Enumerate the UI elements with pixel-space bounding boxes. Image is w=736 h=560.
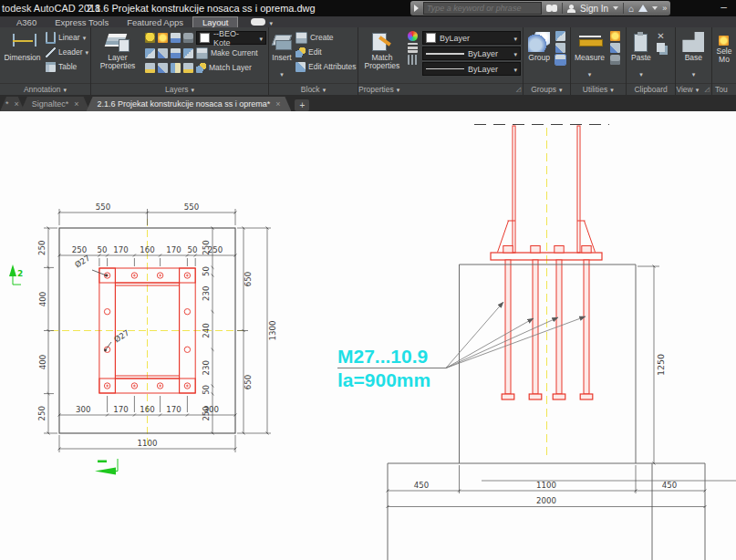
layer-thaw-icon[interactable] (158, 33, 168, 43)
svg-text:1250: 1250 (656, 354, 666, 376)
layer-combo[interactable]: --BEO-Kote (196, 31, 266, 45)
selection-mode-icon (719, 36, 729, 46)
create-block-button[interactable]: Create (295, 31, 358, 44)
tab-a360[interactable]: A360 (7, 16, 46, 27)
panel-groups-title[interactable]: Groups (523, 83, 569, 95)
tab-featured-apps[interactable]: Featured Apps (118, 16, 192, 27)
svg-text:240: 240 (202, 323, 211, 337)
workspace-icon[interactable] (251, 18, 265, 26)
autodesk-exchange-icon[interactable] (638, 5, 648, 12)
panel-layers-title[interactable]: Layers (91, 83, 268, 95)
leader-button[interactable]: Leader (46, 46, 88, 58)
file-tab-partial[interactable]: * × (0, 97, 25, 111)
steel-column[interactable] (491, 126, 602, 260)
panel-view-title[interactable]: View ◿ (676, 83, 711, 95)
search-binoculars-icon[interactable] (546, 5, 557, 12)
panel-clipboard-title: Clipboard (627, 83, 675, 95)
close-tab-icon[interactable]: × (74, 99, 78, 109)
panel-block-title[interactable]: Block (269, 83, 358, 95)
layer-merge-icon[interactable] (183, 63, 193, 73)
dialog-launcher-icon[interactable]: ◿ (516, 86, 521, 93)
right-view-elevation[interactable]: M27...10.9 la=900mm 1250 450 1100 450 20… (337, 125, 736, 560)
layer-on-off-icon[interactable] (145, 33, 155, 43)
copy-icon[interactable] (657, 43, 665, 52)
linear-button[interactable]: Linear (46, 31, 88, 44)
layer-lock-icon[interactable] (183, 33, 193, 43)
insert-button[interactable]: Insert (271, 29, 293, 83)
cut-icon[interactable]: ✕ (657, 31, 664, 41)
left-view-plan[interactable]: Ø27 Ø27 550 550 250 50 170 160 (9, 202, 277, 475)
layer-properties-button[interactable]: Layer Properties (93, 29, 142, 83)
search-input[interactable] (423, 2, 542, 15)
dimension-icon (11, 32, 35, 52)
table-button[interactable]: Table (46, 60, 88, 73)
group-button[interactable]: Group (525, 29, 553, 83)
match-layer-button[interactable]: Match Layer (196, 61, 252, 74)
paste-icon (632, 32, 650, 52)
linetype-combo[interactable]: ByLayer (422, 62, 521, 76)
exchange-caret-icon[interactable] (652, 6, 658, 10)
edit-attributes-button[interactable]: Edit Attributes (295, 60, 358, 73)
tab-layout[interactable]: Layout (192, 16, 239, 28)
sign-in-caret-icon[interactable] (613, 6, 618, 10)
color-swatch (426, 33, 436, 43)
toolbar-overflow-button[interactable]: » (662, 4, 667, 13)
new-drawing-tab-button[interactable]: + (295, 99, 309, 111)
selection-mode-button[interactable]: Sele Mo (714, 29, 734, 83)
measure-button[interactable]: Measure (573, 29, 607, 83)
layer-prev-icon[interactable] (158, 48, 168, 58)
close-tab-icon[interactable]: × (15, 99, 19, 109)
point-style-icon[interactable] (610, 43, 620, 53)
ungroup-icon[interactable] (555, 31, 565, 41)
id-point-icon[interactable] (610, 31, 620, 41)
tab-express-tools[interactable]: Express Tools (46, 16, 118, 27)
linetype-icon[interactable] (408, 55, 418, 65)
file-tab-signaltec[interactable]: Signaltec* × (21, 97, 90, 111)
match-properties-button[interactable]: Match Properties (360, 29, 404, 83)
section-number: 2 (17, 269, 23, 278)
panel-utilities-title[interactable]: Utilities (571, 83, 626, 95)
color-wheel-icon[interactable] (408, 31, 418, 41)
object-color-combo[interactable]: ByLayer (422, 31, 521, 45)
dialog-launcher-icon[interactable]: ◿ (705, 86, 710, 93)
create-block-icon (295, 32, 307, 44)
quick-calc-icon[interactable] (610, 55, 620, 65)
layer-lock2-icon[interactable] (171, 63, 181, 73)
base-button[interactable]: Base (678, 29, 709, 83)
search-expand-icon[interactable] (414, 5, 419, 12)
layer-match-icon[interactable] (145, 48, 155, 58)
lineweight-icon[interactable] (408, 43, 418, 53)
section-marker-left[interactable]: 2 (9, 264, 23, 285)
divider (562, 3, 563, 14)
drawing-canvas[interactable]: Ø27 Ø27 550 550 250 50 170 160 (0, 111, 736, 560)
group-edit-icon[interactable] (555, 43, 565, 53)
make-current-button[interactable]: Make Current (196, 47, 258, 59)
workspace-caret-icon[interactable] (269, 17, 273, 27)
group-selection-toggle-icon[interactable] (555, 55, 565, 65)
svg-text:170: 170 (113, 405, 128, 414)
layer-freeze-icon[interactable] (171, 33, 181, 43)
dimension-labels: 1250 450 1100 450 2000 (414, 354, 677, 505)
file-tab-bar: * × Signaltec* × 2.1.6 Projekat konstruk… (0, 95, 736, 111)
app-store-cart-icon[interactable]: ⌂ (628, 4, 634, 14)
svg-text:550: 550 (184, 202, 199, 212)
close-tab-icon[interactable]: × (275, 99, 280, 109)
panel-properties-title[interactable]: Properties ◿ (358, 83, 523, 95)
sign-in-button[interactable]: Sign In (580, 4, 608, 14)
paste-button[interactable]: Paste (628, 29, 654, 83)
layer-freeze2-icon[interactable] (158, 63, 168, 73)
dropdown-caret-icon (85, 47, 88, 57)
dimension-lines[interactable] (388, 266, 705, 507)
minimize-button[interactable]: – (720, 1, 727, 14)
dimension-button[interactable]: Dimension (2, 29, 43, 83)
layer-off-icon[interactable] (145, 63, 155, 73)
divider (623, 3, 624, 14)
dropdown-caret-icon (639, 64, 643, 80)
edit-block-button[interactable]: Edit (295, 46, 358, 58)
section-marker-bottom[interactable] (95, 459, 118, 475)
panel-annotation-title[interactable]: Annotation (0, 83, 90, 95)
layer-unisolate-icon[interactable] (183, 48, 193, 58)
file-tab-projekat[interactable]: 2.1.6 Projekat konstrukcije nosaca ss i … (87, 97, 292, 111)
layer-isolate-icon[interactable] (171, 48, 181, 58)
lineweight-combo[interactable]: ByLayer (422, 47, 521, 60)
